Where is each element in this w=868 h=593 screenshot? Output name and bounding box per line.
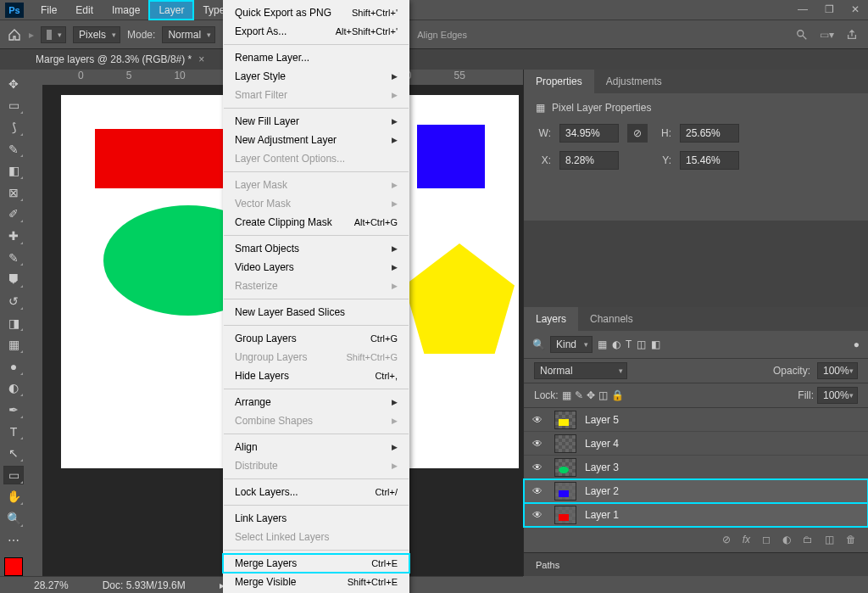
- foreground-swatch[interactable]: [4, 557, 23, 576]
- tab-paths[interactable]: Paths: [524, 552, 868, 576]
- menu-item-new-adjustment-layer[interactable]: New Adjustment Layer▶: [223, 131, 409, 149]
- layer-name[interactable]: Layer 2: [585, 485, 619, 497]
- fx-icon[interactable]: fx: [743, 534, 750, 545]
- y-input[interactable]: 15.46%: [680, 151, 739, 170]
- layer-name[interactable]: Layer 1: [585, 509, 619, 521]
- layer-row[interactable]: 👁 Layer 5: [524, 408, 868, 432]
- filter-type-icon[interactable]: T: [626, 338, 632, 350]
- menu-item-lock-layers-[interactable]: Lock Layers...Ctrl+/: [223, 483, 409, 501]
- menu-item-layer-style[interactable]: Layer Style▶: [223, 67, 409, 86]
- filter-adjust-icon[interactable]: ◐: [612, 338, 620, 350]
- width-input[interactable]: 34.95%: [559, 124, 619, 143]
- menu-item-group-layers[interactable]: Group LayersCtrl+G: [223, 329, 409, 348]
- layer-row[interactable]: 👁 Layer 1: [524, 503, 868, 527]
- visibility-icon[interactable]: 👁: [532, 414, 546, 426]
- document-tab[interactable]: Marge layers @ 28.3% (RGB/8#) * ×: [0, 49, 868, 70]
- window-minimize[interactable]: —: [798, 3, 808, 15]
- lock-transparent-icon[interactable]: ▦: [562, 389, 571, 401]
- tab-adjustments[interactable]: Adjustments: [594, 70, 674, 93]
- layer-row[interactable]: 👁 Layer 2: [524, 479, 868, 503]
- layer-thumbnail[interactable]: [554, 411, 576, 429]
- window-close[interactable]: ✕: [851, 3, 860, 15]
- menu-layer[interactable]: Layer: [150, 2, 192, 19]
- filter-smart-icon[interactable]: ◧: [651, 338, 660, 350]
- adjustment-icon[interactable]: ◐: [782, 534, 791, 545]
- layer-thumbnail[interactable]: [554, 458, 576, 477]
- lasso-tool[interactable]: ⟆: [3, 118, 24, 137]
- fill-input[interactable]: 100%: [817, 387, 858, 404]
- layer-name[interactable]: Layer 4: [585, 438, 619, 450]
- workspace-icon[interactable]: ▭▾: [820, 29, 834, 41]
- tab-close-icon[interactable]: ×: [198, 53, 204, 65]
- search-icon[interactable]: [796, 29, 808, 41]
- move-tool[interactable]: ✥: [3, 75, 24, 93]
- x-input[interactable]: 8.28%: [559, 151, 619, 170]
- menu-item-smart-objects[interactable]: Smart Objects▶: [223, 239, 409, 258]
- menu-item-rename-layer-[interactable]: Rename Layer...: [223, 48, 409, 67]
- tab-properties[interactable]: Properties: [524, 70, 594, 93]
- tab-layers[interactable]: Layers: [524, 307, 578, 331]
- layer-filter-select[interactable]: Kind: [550, 336, 593, 353]
- visibility-icon[interactable]: 👁: [532, 438, 546, 450]
- heal-tool[interactable]: ✚: [3, 227, 24, 245]
- menu-item-align[interactable]: Align▶: [223, 438, 409, 456]
- quick-select-tool[interactable]: ✎: [3, 140, 24, 159]
- new-layer-icon[interactable]: ◫: [825, 534, 834, 545]
- menu-item-quick-export-as-png[interactable]: Quick Export as PNGShift+Ctrl+': [223, 3, 409, 22]
- menu-item-merge-layers[interactable]: Merge LayersCtrl+E: [223, 554, 409, 573]
- edit-toolbar[interactable]: ⋯: [3, 531, 24, 550]
- visibility-icon[interactable]: 👁: [532, 485, 546, 497]
- menu-item-video-layers[interactable]: Video Layers▶: [223, 258, 409, 277]
- marquee-tool[interactable]: ▭: [3, 97, 24, 115]
- menu-item-new-fill-layer[interactable]: New Fill Layer▶: [223, 112, 409, 131]
- layer-name[interactable]: Layer 5: [585, 414, 619, 426]
- height-input[interactable]: 25.65%: [680, 124, 739, 143]
- opacity-input[interactable]: 100%: [817, 362, 858, 379]
- layer-thumbnail[interactable]: [554, 434, 576, 453]
- layer-thumbnail[interactable]: [554, 506, 576, 524]
- frame-tool[interactable]: ⊠: [3, 183, 24, 202]
- link-wh-icon[interactable]: ⊘: [627, 124, 648, 143]
- eraser-tool[interactable]: ◨: [3, 314, 24, 333]
- zoom-tool[interactable]: 🔍: [3, 509, 24, 528]
- visibility-icon[interactable]: 👁: [532, 462, 546, 473]
- history-brush-tool[interactable]: ↺: [3, 292, 24, 310]
- menu-image[interactable]: Image: [103, 2, 148, 19]
- mask-icon[interactable]: ◻: [762, 534, 771, 545]
- layer-blend-select[interactable]: Normal: [534, 362, 627, 379]
- menu-item-create-clipping-mask[interactable]: Create Clipping MaskAlt+Ctrl+G: [223, 213, 409, 232]
- filter-shape-icon[interactable]: ◫: [637, 338, 646, 350]
- path-select-tool[interactable]: ↖: [3, 444, 24, 462]
- layer-name[interactable]: Layer 3: [585, 462, 619, 473]
- menu-item-merge-visible[interactable]: Merge VisibleShift+Ctrl+E: [223, 573, 409, 591]
- trash-icon[interactable]: 🗑: [846, 534, 856, 545]
- menu-item-export-as-[interactable]: Export As...Alt+Shift+Ctrl+': [223, 22, 409, 41]
- blur-tool[interactable]: ●: [3, 357, 24, 376]
- visibility-icon[interactable]: 👁: [532, 509, 546, 521]
- share-icon[interactable]: [846, 29, 858, 41]
- lock-position-icon[interactable]: ✥: [587, 389, 595, 401]
- tab-channels[interactable]: Channels: [578, 307, 645, 331]
- lock-artboard-icon[interactable]: ◫: [598, 389, 608, 401]
- menu-file[interactable]: File: [32, 2, 65, 19]
- shape-fill-swatch[interactable]: [41, 26, 66, 43]
- type-tool[interactable]: T: [3, 422, 24, 441]
- window-restore[interactable]: ❐: [825, 3, 834, 15]
- pen-tool[interactable]: ✒: [3, 400, 24, 419]
- menu-edit[interactable]: Edit: [67, 2, 102, 19]
- home-icon[interactable]: [7, 27, 22, 42]
- group-icon[interactable]: 🗀: [803, 534, 813, 545]
- filter-pixel-icon[interactable]: ▦: [598, 338, 607, 350]
- unit-select[interactable]: Pixels: [73, 26, 120, 43]
- hand-tool[interactable]: ✋: [3, 488, 24, 506]
- brush-tool[interactable]: ✎: [3, 249, 24, 267]
- menu-item-link-layers[interactable]: Link Layers: [223, 509, 409, 528]
- blend-mode-select[interactable]: Normal: [162, 26, 215, 43]
- align-edges-checkbox[interactable]: Align Edges: [417, 30, 467, 40]
- gradient-tool[interactable]: ▦: [3, 335, 24, 354]
- menu-item-new-layer-based-slices[interactable]: New Layer Based Slices: [223, 303, 409, 322]
- layer-row[interactable]: 👁 Layer 4: [524, 432, 868, 456]
- dodge-tool[interactable]: ◐: [3, 379, 24, 398]
- crop-tool[interactable]: ◧: [3, 161, 24, 180]
- link-layers-icon[interactable]: ⊘: [722, 534, 731, 545]
